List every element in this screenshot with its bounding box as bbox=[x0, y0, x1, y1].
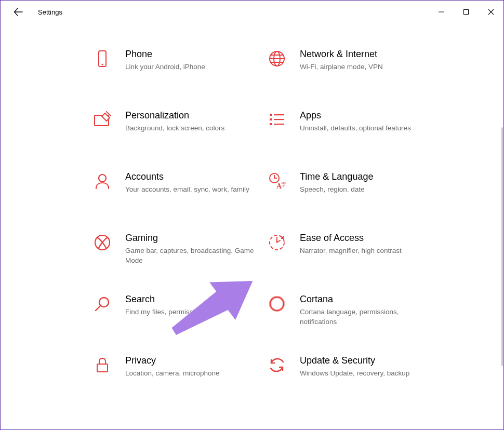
svg-rect-9 bbox=[274, 119, 284, 120]
back-button[interactable] bbox=[11, 5, 25, 19]
category-title: Time & Language bbox=[300, 171, 431, 183]
update-icon bbox=[267, 355, 287, 375]
category-desc: Windows Update, recovery, backup bbox=[300, 369, 431, 378]
category-desc: Background, lock screen, colors bbox=[125, 124, 256, 133]
category-desc: Find my files, permissions bbox=[125, 307, 256, 317]
svg-rect-21 bbox=[97, 364, 108, 372]
category-time-language[interactable]: A字 Time & Language Speech, region, date bbox=[267, 171, 441, 207]
category-apps[interactable]: Apps Uninstall, defaults, optional featu… bbox=[267, 110, 441, 146]
category-text: Personalization Background, lock screen,… bbox=[125, 110, 267, 133]
globe-icon bbox=[267, 48, 287, 69]
category-privacy[interactable]: Privacy Location, camera, microphone bbox=[92, 355, 267, 391]
category-desc: Speech, region, date bbox=[300, 185, 431, 194]
category-desc: Uninstall, defaults, optional features bbox=[300, 124, 431, 133]
category-text: Cortana Cortana language, permissions, n… bbox=[300, 293, 441, 327]
maximize-icon bbox=[463, 9, 469, 15]
category-title: Cortana bbox=[300, 293, 431, 305]
minimize-button[interactable] bbox=[429, 1, 454, 23]
phone-icon bbox=[92, 48, 113, 69]
category-title: Update & Security bbox=[300, 355, 431, 367]
category-search[interactable]: Search Find my files, permissions bbox=[92, 293, 267, 330]
categories-grid: Phone Link your Android, iPhone Network … bbox=[92, 48, 503, 391]
xbox-icon bbox=[92, 232, 113, 253]
close-icon bbox=[488, 9, 494, 15]
window-controls bbox=[429, 1, 503, 23]
category-ease-of-access[interactable]: Ease of Access Narrator, magnifier, high… bbox=[267, 232, 441, 268]
titlebar-left: Settings bbox=[1, 5, 62, 19]
svg-point-2 bbox=[101, 63, 103, 65]
apps-list-icon bbox=[267, 110, 287, 130]
close-button[interactable] bbox=[479, 1, 503, 23]
category-text: Time & Language Speech, region, date bbox=[300, 171, 441, 195]
category-text: Accounts Your accounts, email, sync, wor… bbox=[125, 171, 267, 195]
content-area: Phone Link your Android, iPhone Network … bbox=[1, 23, 503, 429]
svg-point-20 bbox=[270, 297, 284, 311]
category-title: Apps bbox=[300, 110, 431, 122]
lock-icon bbox=[92, 355, 113, 375]
category-update-security[interactable]: Update & Security Windows Update, recove… bbox=[267, 355, 441, 391]
svg-rect-8 bbox=[270, 118, 272, 120]
maximize-button[interactable] bbox=[454, 1, 479, 23]
category-text: Phone Link your Android, iPhone bbox=[125, 48, 267, 72]
category-personalization[interactable]: Personalization Background, lock screen,… bbox=[92, 110, 267, 146]
category-text: Apps Uninstall, defaults, optional featu… bbox=[300, 110, 441, 133]
category-phone[interactable]: Phone Link your Android, iPhone bbox=[92, 48, 267, 85]
category-text: Update & Security Windows Update, recove… bbox=[300, 355, 441, 379]
ease-of-access-icon bbox=[267, 232, 287, 253]
back-arrow-icon bbox=[14, 7, 23, 17]
svg-rect-7 bbox=[274, 114, 284, 115]
category-text: Network & Internet Wi-Fi, airplane mode,… bbox=[300, 48, 441, 72]
category-text: Privacy Location, camera, microphone bbox=[125, 355, 267, 379]
category-gaming[interactable]: Gaming Game bar, captures, broadcasting,… bbox=[92, 232, 267, 268]
category-text: Ease of Access Narrator, magnifier, high… bbox=[300, 232, 441, 256]
category-desc: Cortana language, permissions, notificat… bbox=[300, 307, 431, 326]
category-desc: Wi-Fi, airplane mode, VPN bbox=[300, 62, 431, 72]
category-desc: Game bar, captures, broadcasting, Game M… bbox=[125, 246, 256, 265]
search-icon bbox=[92, 293, 113, 314]
svg-rect-0 bbox=[464, 10, 469, 15]
category-desc: Narrator, magnifier, high contrast bbox=[300, 246, 431, 256]
person-icon bbox=[92, 171, 113, 192]
category-desc: Link your Android, iPhone bbox=[125, 62, 256, 72]
category-desc: Your accounts, email, sync, work, family bbox=[125, 185, 256, 194]
svg-rect-6 bbox=[270, 114, 272, 116]
svg-text:字: 字 bbox=[281, 182, 286, 187]
category-desc: Location, camera, microphone bbox=[125, 369, 256, 378]
window-title: Settings bbox=[38, 8, 62, 16]
svg-rect-10 bbox=[270, 123, 272, 125]
cortana-icon bbox=[267, 293, 287, 314]
category-title: Personalization bbox=[125, 110, 256, 122]
category-text: Gaming Game bar, captures, broadcasting,… bbox=[125, 232, 267, 265]
category-text: Search Find my files, permissions bbox=[125, 293, 267, 317]
category-title: Gaming bbox=[125, 232, 256, 244]
category-cortana[interactable]: Cortana Cortana language, permissions, n… bbox=[267, 293, 441, 330]
category-title: Accounts bbox=[125, 171, 256, 183]
category-title: Search bbox=[125, 293, 256, 305]
category-network[interactable]: Network & Internet Wi-Fi, airplane mode,… bbox=[267, 48, 441, 85]
personalization-icon bbox=[92, 110, 113, 130]
category-title: Privacy bbox=[125, 355, 256, 367]
category-accounts[interactable]: Accounts Your accounts, email, sync, wor… bbox=[92, 171, 267, 207]
svg-point-12 bbox=[99, 174, 106, 182]
svg-rect-11 bbox=[274, 124, 284, 125]
titlebar: Settings bbox=[1, 1, 503, 23]
category-title: Network & Internet bbox=[300, 48, 431, 60]
category-title: Phone bbox=[125, 48, 256, 60]
scrollbar[interactable] bbox=[501, 127, 503, 366]
minimize-icon bbox=[438, 9, 444, 15]
time-language-icon: A字 bbox=[267, 171, 287, 192]
category-title: Ease of Access bbox=[300, 232, 431, 244]
